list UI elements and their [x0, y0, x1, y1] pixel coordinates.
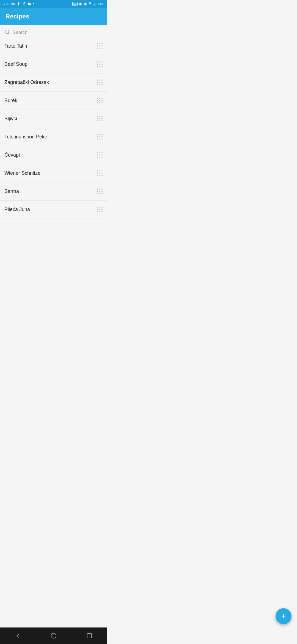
airplane-icon: [93, 2, 97, 6]
drag-handle-icon[interactable]: [97, 170, 103, 176]
svg-point-2: [5, 30, 9, 33]
cloud-icon: [28, 2, 31, 6]
svg-line-3: [8, 33, 9, 34]
recipe-name: Beef Soup: [4, 61, 28, 67]
list-item[interactable]: Tarte Tatin: [0, 37, 107, 55]
recipe-name: Pileća Juha: [4, 207, 30, 212]
battery: 59%: [98, 2, 103, 6]
drag-handle-icon[interactable]: [97, 98, 103, 103]
recipe-name: Sarma: [4, 189, 19, 194]
list-item[interactable]: Teletina ispod Peke: [0, 128, 107, 146]
search-input[interactable]: [13, 28, 103, 37]
facebook-icon-2: [22, 2, 26, 6]
recipe-name: Teletina ispod Peke: [4, 134, 47, 140]
page-title: Recipes: [6, 13, 29, 20]
drag-handle-icon[interactable]: [97, 134, 103, 140]
recipe-name: Burek: [4, 98, 17, 103]
status-bar: 7:57 pm • HD: [0, 0, 107, 8]
drag-handle-icon[interactable]: [97, 61, 103, 67]
recipe-name: Zagrebački Odrezak: [4, 80, 49, 85]
svg-rect-1: [84, 2, 86, 5]
auto-hd-icon: HD: [72, 2, 78, 6]
alarm-icon: [79, 2, 82, 6]
time: 7:57 pm: [4, 2, 15, 6]
status-right: HD 59%: [72, 2, 103, 6]
page-wrapper: 7:57 pm • HD: [0, 0, 107, 235]
search-container: [0, 25, 107, 37]
drag-handle-icon[interactable]: [97, 189, 103, 194]
drag-handle-icon[interactable]: [97, 80, 103, 85]
recipe-name: Tarte Tatin: [4, 43, 27, 49]
list-item[interactable]: Šljivci: [0, 110, 107, 128]
list-item[interactable]: Burek: [0, 92, 107, 110]
search-icon: [4, 29, 10, 36]
drag-handle-icon[interactable]: [97, 207, 103, 212]
list-item[interactable]: Sarma: [0, 182, 107, 201]
list-item[interactable]: Ćevapi: [0, 146, 107, 164]
vibrate-icon: [83, 2, 87, 6]
recipe-name: Ćevapi: [4, 152, 20, 158]
recipe-list: Tarte TatinBeef SoupZagrebački OdrezakBu…: [0, 37, 107, 219]
status-left: 7:57 pm •: [4, 2, 34, 6]
wifi-icon: [88, 2, 92, 6]
drag-handle-icon[interactable]: [97, 116, 103, 122]
list-item[interactable]: Pileća Juha: [0, 201, 107, 219]
drag-handle-icon[interactable]: [97, 152, 103, 158]
list-item[interactable]: Zagrebački Odrezak: [0, 73, 107, 92]
facebook-icon-1: [16, 2, 20, 6]
drag-handle-icon[interactable]: [97, 43, 103, 49]
list-item[interactable]: Beef Soup: [0, 55, 107, 73]
recipe-name: Šljivci: [4, 116, 17, 122]
recipe-name: Wiener Schnitzel: [4, 170, 42, 176]
list-item[interactable]: Wiener Schnitzel: [0, 164, 107, 182]
app-bar: Recipes: [0, 8, 107, 25]
dot-icon: •: [33, 2, 34, 6]
